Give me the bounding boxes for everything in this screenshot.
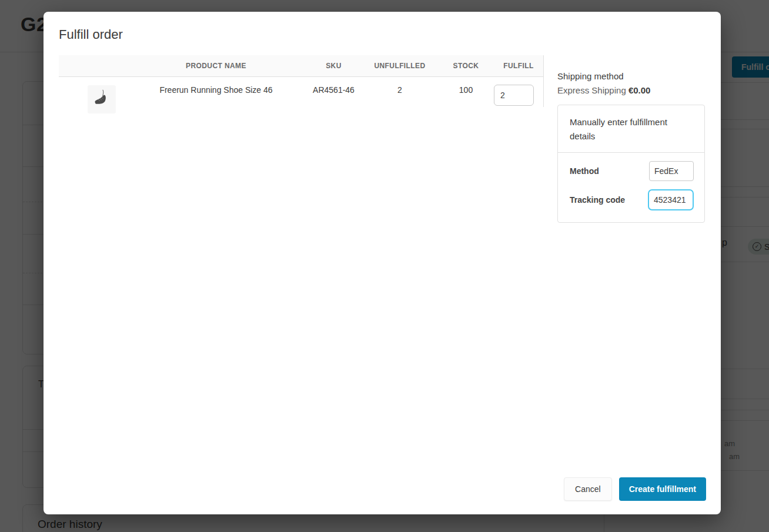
tracking-code-input[interactable] xyxy=(648,189,694,210)
modal-footer: Cancel Create fulfillment xyxy=(564,477,706,501)
stock-cell: 100 xyxy=(438,77,494,118)
sku-cell: AR4561-46 xyxy=(306,77,362,118)
shipping-price: €0.00 xyxy=(628,85,651,95)
table-row: Freerun Running Shoe Size 46 AR4561-46 2… xyxy=(59,77,543,118)
table-right-divider xyxy=(543,55,544,107)
fulfill-quantity-input[interactable] xyxy=(494,85,534,106)
stock-column-header: STOCK xyxy=(438,62,494,70)
method-field-row: Method xyxy=(570,161,694,181)
fulfill-column-header: FULFILL xyxy=(494,62,543,70)
unfulfilled-column-header: UNFULFILLED xyxy=(362,62,438,70)
method-input[interactable] xyxy=(649,161,694,181)
shipping-method-heading: Shipping method xyxy=(557,71,705,81)
product-name-cell: Freerun Running Shoe Size 46 xyxy=(126,77,306,118)
sneaker-icon xyxy=(89,87,115,112)
create-fulfillment-button[interactable]: Create fulfillment xyxy=(619,477,706,501)
shipping-panel: Shipping method Express Shipping €0.00 M… xyxy=(557,71,705,223)
fulfill-order-modal: Fulfill order PRODUCT NAME SKU UNFULFILL… xyxy=(44,12,721,514)
method-label: Method xyxy=(570,166,599,176)
sku-column-header: SKU xyxy=(306,62,362,70)
table-header-row: PRODUCT NAME SKU UNFULFILLED STOCK FULFI… xyxy=(59,55,543,77)
modal-title: Fulfill order xyxy=(59,27,123,42)
tracking-code-label: Tracking code xyxy=(570,195,625,205)
manual-fulfillment-box: Manually enter fulfillment details Metho… xyxy=(557,105,705,223)
product-thumbnail xyxy=(88,85,116,113)
tracking-code-field-row: Tracking code xyxy=(570,189,694,210)
shipping-method-value: Express Shipping €0.00 xyxy=(557,85,705,95)
fulfill-items-table: PRODUCT NAME SKU UNFULFILLED STOCK FULFI… xyxy=(59,55,543,118)
manual-fulfillment-title: Manually enter fulfillment details xyxy=(558,105,704,153)
product-name-column-header: PRODUCT NAME xyxy=(126,62,306,70)
unfulfilled-cell: 2 xyxy=(362,77,438,118)
cancel-button[interactable]: Cancel xyxy=(564,477,612,501)
